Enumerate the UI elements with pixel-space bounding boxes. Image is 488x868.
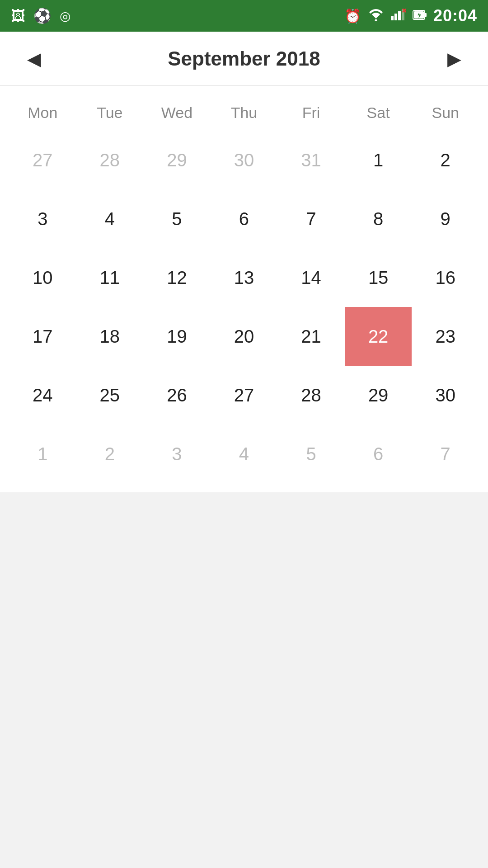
alarm-icon: ⏰ [344, 8, 361, 24]
calendar-cell[interactable]: 7 [277, 189, 345, 248]
status-time: 20:04 [433, 6, 477, 25]
calendar-cell[interactable]: 6 [211, 189, 278, 248]
calendar-cell[interactable]: 29 [345, 366, 412, 425]
day-headers: MonTueWedThuFriSatSun [0, 86, 488, 131]
calendar-body: MonTueWedThuFriSatSun 272829303112345678… [0, 86, 488, 492]
calendar-cell[interactable]: 29 [143, 131, 211, 189]
prev-month-button[interactable]: ◀ [18, 43, 50, 75]
calendar-cell[interactable]: 31 [277, 131, 345, 189]
svg-rect-8 [425, 13, 427, 17]
day-header-sat: Sat [345, 99, 412, 126]
calendar-cell[interactable]: 28 [277, 366, 345, 425]
calendar-cell[interactable]: 2 [412, 131, 479, 189]
calendar-cell[interactable]: 6 [345, 425, 412, 483]
calendar-cell[interactable]: 20 [211, 307, 278, 366]
calendar-cell[interactable]: 14 [277, 248, 345, 307]
calendar-cell[interactable]: 16 [412, 248, 479, 307]
calendar-cell[interactable]: 13 [211, 248, 278, 307]
day-header-wed: Wed [143, 99, 211, 126]
calendar-cell[interactable]: 18 [76, 307, 144, 366]
svg-point-0 [375, 19, 377, 22]
calendar-cell[interactable]: 27 [9, 131, 76, 189]
calendar-grid: 2728293031123456789101112131415161718192… [0, 131, 488, 483]
day-header-sun: Sun [412, 99, 479, 126]
calendar-cell[interactable]: 23 [412, 307, 479, 366]
status-bar-left-icons: 🖼 ⚽ ◎ [11, 7, 70, 24]
calendar-cell[interactable]: 4 [76, 189, 144, 248]
wifi-icon [367, 9, 385, 23]
calendar-cell[interactable]: 17 [9, 307, 76, 366]
calendar-cell[interactable]: 3 [143, 425, 211, 483]
status-bar: 🖼 ⚽ ◎ ⏰ [0, 0, 488, 32]
day-header-mon: Mon [9, 99, 76, 126]
circle-icon: ◎ [60, 9, 70, 24]
day-header-thu: Thu [211, 99, 278, 126]
next-month-button[interactable]: ▶ [438, 43, 470, 75]
calendar-cell[interactable]: 11 [76, 248, 144, 307]
calendar-cell[interactable]: 30 [211, 131, 278, 189]
calendar-cell[interactable]: 3 [9, 189, 76, 248]
calendar-cell[interactable]: 2 [76, 425, 144, 483]
calendar-cell[interactable]: 26 [143, 366, 211, 425]
calendar-cell[interactable]: 22 [345, 307, 412, 366]
svg-rect-2 [394, 14, 397, 20]
calendar-cell[interactable]: 7 [412, 425, 479, 483]
calendar-cell[interactable]: 27 [211, 366, 278, 425]
calendar-cell[interactable]: 24 [9, 366, 76, 425]
day-header-tue: Tue [76, 99, 144, 126]
signal-icon [391, 9, 406, 23]
calendar-cell[interactable]: 4 [211, 425, 278, 483]
calendar-title: September 2018 [168, 47, 320, 70]
calendar-cell[interactable]: 5 [277, 425, 345, 483]
calendar-header: ◀ September 2018 ▶ [0, 32, 488, 86]
calendar-cell[interactable]: 5 [143, 189, 211, 248]
svg-rect-1 [391, 16, 394, 20]
calendar-cell[interactable]: 19 [143, 307, 211, 366]
calendar-cell[interactable]: 30 [412, 366, 479, 425]
calendar-cell[interactable]: 8 [345, 189, 412, 248]
image-icon: 🖼 [11, 8, 25, 24]
calendar-cell[interactable]: 1 [345, 131, 412, 189]
battery-icon [413, 9, 427, 23]
status-bar-right-icons: ⏰ [344, 6, 477, 25]
calendar-cell[interactable]: 1 [9, 425, 76, 483]
day-header-fri: Fri [277, 99, 345, 126]
soccer-icon: ⚽ [33, 7, 52, 24]
calendar-cell[interactable]: 10 [9, 248, 76, 307]
calendar-cell[interactable]: 9 [412, 189, 479, 248]
calendar-cell[interactable]: 25 [76, 366, 144, 425]
calendar-cell[interactable]: 21 [277, 307, 345, 366]
svg-rect-3 [398, 11, 401, 20]
calendar-cell[interactable]: 28 [76, 131, 144, 189]
calendar-cell[interactable]: 15 [345, 248, 412, 307]
calendar-cell[interactable]: 12 [143, 248, 211, 307]
